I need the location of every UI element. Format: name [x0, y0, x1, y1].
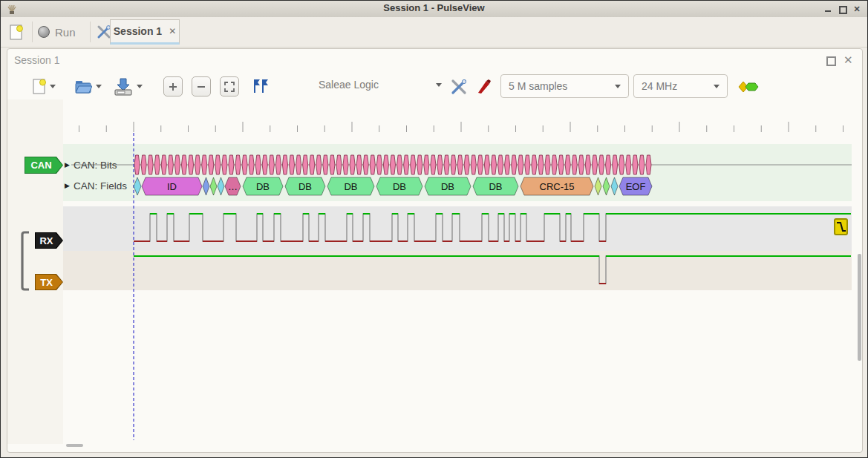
rx-row-background[interactable] [63, 206, 852, 251]
decoder-rows-background [63, 144, 852, 201]
tab-session-1[interactable]: Session 1 ✕ [110, 19, 180, 45]
row-label-can-fields[interactable]: CAN: Fields [74, 180, 127, 192]
wrench-screwdriver-icon [450, 78, 468, 96]
dock-title: Session 1 [14, 54, 59, 66]
sample-rate-value: 24 MHz [642, 80, 677, 92]
signal-tag-tx[interactable]: TX [35, 274, 63, 290]
trace-label-gutter [7, 99, 63, 444]
channels-button[interactable] [474, 76, 495, 97]
dock-restore-icon[interactable] [826, 56, 836, 66]
device-select-value: Saleae Logic [319, 79, 379, 91]
decoder-tag-can[interactable]: CAN [25, 157, 63, 174]
new-session-icon [9, 24, 24, 41]
pulseview-window: Session 1 - PulseView ✕ Run Session 1 [0, 0, 868, 458]
tx-row-background[interactable] [63, 251, 852, 290]
toolbar-separator [90, 22, 91, 42]
dock-close-icon[interactable]: ✕ [843, 53, 853, 67]
row-label-can-bits[interactable]: CAN: Bits [74, 160, 117, 171]
sample-rate-dropdown-arrow [714, 85, 719, 88]
tab-label: Session 1 [114, 25, 162, 37]
main-toolbar: Run Session 1 ✕ [1, 17, 867, 48]
open-folder-icon [74, 78, 92, 94]
run-button-label: Run [55, 26, 76, 39]
device-dropdown-arrow [436, 83, 442, 87]
probe-icon [475, 78, 493, 96]
save-icon [113, 76, 134, 96]
expander-can-bits[interactable]: ▶ [65, 161, 70, 169]
zoom-fit-button[interactable] [220, 76, 239, 96]
trigger-flags-icon [251, 77, 270, 95]
vertical-scrollbar[interactable] [858, 254, 861, 361]
device-config-button[interactable] [448, 76, 469, 97]
titlebar[interactable]: Session 1 - PulseView ✕ [1, 1, 867, 18]
decoder-icon [738, 79, 760, 95]
signal-tag-rx[interactable]: RX [35, 232, 63, 249]
new-file-button[interactable] [30, 76, 48, 96]
device-select[interactable]: Saleae Logic [319, 79, 442, 91]
add-decoder-button[interactable] [738, 78, 760, 96]
trigger-flags-button[interactable] [250, 76, 271, 96]
close-button[interactable]: ✕ [852, 4, 862, 13]
save-dropdown-arrow[interactable] [137, 85, 143, 88]
minus-icon [196, 82, 206, 92]
sample-count-select[interactable]: 5 M samples [500, 74, 629, 98]
open-dropdown-arrow[interactable] [96, 85, 102, 88]
zoom-fit-icon [223, 81, 235, 93]
sample-count-value: 5 M samples [509, 80, 567, 92]
new-file-dropdown-arrow[interactable] [50, 85, 56, 88]
tab-close-icon[interactable]: ✕ [169, 26, 176, 36]
sample-count-dropdown-arrow [615, 85, 621, 88]
horizontal-scrollbar[interactable] [66, 444, 83, 447]
maximize-button[interactable] [838, 4, 848, 13]
expander-can-fields[interactable]: ▶ [65, 182, 70, 189]
sample-rate-select[interactable]: 24 MHz [633, 74, 728, 98]
tag-label: CAN [25, 157, 62, 173]
plus-icon [168, 82, 178, 92]
time-ruler[interactable]: 0+20 µs+40 µs+60 µs+80 µs+100 µs+120 µs [63, 101, 852, 133]
new-session-button[interactable] [7, 22, 26, 42]
run-button[interactable]: Run [38, 22, 84, 42]
toolbar-separator [32, 22, 33, 42]
zoom-in-button[interactable] [163, 76, 183, 96]
falling-edge-icon [835, 220, 846, 234]
zoom-out-button[interactable] [192, 76, 211, 96]
trigger-marker[interactable] [834, 218, 848, 235]
new-file-icon [32, 77, 47, 95]
window-title: Session 1 - PulseView [1, 2, 867, 13]
run-state-icon [38, 26, 50, 38]
minimize-button[interactable] [823, 4, 833, 13]
save-button[interactable] [112, 75, 134, 97]
open-button[interactable] [74, 76, 93, 96]
